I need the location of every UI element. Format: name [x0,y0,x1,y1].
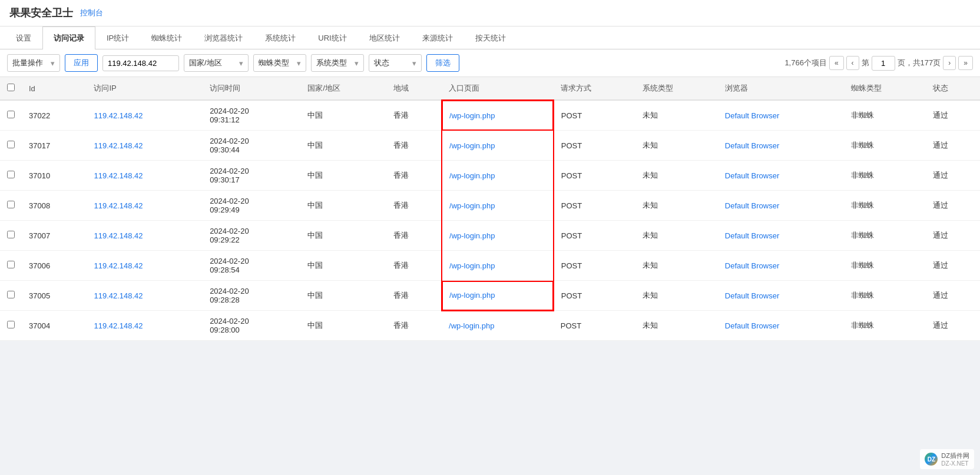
nav-tab-设置[interactable]: 设置 [5,26,42,49]
cell-entry[interactable]: /wp-login.php [442,131,554,161]
cell-ip[interactable]: 119.42.148.42 [87,251,203,281]
page-prefix: 第 [862,58,869,68]
cell-ip[interactable]: 119.42.148.42 [87,311,203,341]
cell-browser: Default Browser [718,191,844,221]
batch-operation-select[interactable]: 批量操作 ▾ [7,54,60,72]
row-checkbox[interactable] [7,201,15,208]
cell-region: 香港 [386,131,442,161]
cell-os: 未知 [635,100,718,131]
table-row: 37005119.42.148.422024-02-20 09:28:28中国香… [0,281,980,311]
table-row: 37006119.42.148.422024-02-20 09:28:54中国香… [0,251,980,281]
cell-id: 37017 [22,131,87,161]
filter-button[interactable]: 筛选 [426,54,459,72]
cell-entry[interactable]: /wp-login.php [442,161,554,191]
col-header-id: Id [22,77,87,100]
nav-tab-系统统计[interactable]: 系统统计 [254,26,307,49]
cell-ip[interactable]: 119.42.148.42 [87,100,203,131]
table-row: 37017119.42.148.422024-02-20 09:30:44中国香… [0,131,980,161]
cell-status: 通过 [926,281,980,311]
cell-ip[interactable]: 119.42.148.42 [87,191,203,221]
nav-tab-蜘蛛统计[interactable]: 蜘蛛统计 [140,26,193,49]
console-link[interactable]: 控制台 [80,8,103,18]
row-checkbox[interactable] [7,291,15,298]
table-row: 37007119.42.148.422024-02-20 09:29:22中国香… [0,221,980,251]
first-page-button[interactable]: « [829,56,844,70]
cell-time: 2024-02-20 09:28:00 [203,311,300,341]
cell-os: 未知 [635,161,718,191]
row-checkbox[interactable] [7,171,15,178]
col-header-browser: 浏览器 [718,77,844,100]
pagination-info: 1,766个项目 « ‹ 第 页，共177页 › » [784,56,973,71]
row-checkbox-cell[interactable] [0,251,22,281]
records-table: Id 访问IP 访问时间 国家/地区 地域 入口页面 请求方式 系统类型 浏览器… [0,77,980,341]
nav-tab-地区统计[interactable]: 地区统计 [358,26,411,49]
select-all-header[interactable] [0,77,22,100]
row-checkbox-cell[interactable] [0,311,22,341]
row-checkbox-cell[interactable] [0,161,22,191]
row-checkbox-cell[interactable] [0,131,22,161]
nav-tab-按天统计[interactable]: 按天统计 [464,26,517,49]
cell-os: 未知 [635,131,718,161]
row-checkbox-cell[interactable] [0,221,22,251]
cell-ip[interactable]: 119.42.148.42 [87,131,203,161]
row-checkbox[interactable] [7,141,15,148]
cell-time: 2024-02-20 09:29:22 [203,221,300,251]
next-page-button[interactable]: › [943,56,956,70]
page-suffix: 页，共177页 [898,58,941,68]
cell-entry[interactable]: /wp-login.php [442,100,554,131]
spider-type-select[interactable]: 蜘蛛类型 ▾ [253,54,306,72]
total-items-label: 1,766个项目 [784,58,827,68]
cell-method: POST [554,281,636,311]
cell-entry[interactable]: /wp-login.php [442,311,554,341]
cell-entry[interactable]: /wp-login.php [442,221,554,251]
cell-time: 2024-02-20 09:28:54 [203,251,300,281]
cell-id: 37005 [22,281,87,311]
status-select[interactable]: 状态 ▾ [369,54,422,72]
cell-method: POST [554,251,636,281]
ip-filter-input[interactable] [102,55,179,71]
cell-status: 通过 [926,100,980,131]
cell-spider: 非蜘蛛 [844,251,926,281]
cell-id: 37010 [22,161,87,191]
nav-tabs: 设置访问记录IP统计蜘蛛统计浏览器统计系统统计URI统计地区统计来源统计按天统计 [0,26,980,49]
region-select[interactable]: 国家/地区 ▾ [184,54,249,72]
nav-tab-访问记录[interactable]: 访问记录 [42,26,95,49]
row-checkbox[interactable] [7,111,15,118]
cell-country: 中国 [300,251,386,281]
cell-entry[interactable]: /wp-login.php [442,251,554,281]
cell-os: 未知 [635,251,718,281]
data-table-container: Id 访问IP 访问时间 国家/地区 地域 入口页面 请求方式 系统类型 浏览器… [0,77,980,341]
cell-country: 中国 [300,281,386,311]
nav-tab-IP统计[interactable]: IP统计 [95,26,140,49]
cell-region: 香港 [386,191,442,221]
cell-method: POST [554,161,636,191]
col-header-ip: 访问IP [87,77,203,100]
apply-button[interactable]: 应用 [65,54,98,72]
row-checkbox[interactable] [7,321,15,328]
cell-entry[interactable]: /wp-login.php [442,281,554,311]
cell-os: 未知 [635,221,718,251]
cell-ip[interactable]: 119.42.148.42 [87,161,203,191]
row-checkbox-cell[interactable] [0,281,22,311]
select-all-checkbox[interactable] [7,84,15,91]
prev-page-button[interactable]: ‹ [846,56,859,70]
nav-tab-来源统计[interactable]: 来源统计 [411,26,464,49]
col-header-status: 状态 [926,77,980,100]
cell-browser: Default Browser [718,131,844,161]
page-number-input[interactable] [872,56,895,71]
row-checkbox[interactable] [7,261,15,268]
row-checkbox-cell[interactable] [0,191,22,221]
cell-entry[interactable]: /wp-login.php [442,191,554,221]
cell-ip[interactable]: 119.42.148.42 [87,281,203,311]
table-row: 37004119.42.148.422024-02-20 09:28:00中国香… [0,311,980,341]
row-checkbox-cell[interactable] [0,100,22,131]
cell-ip[interactable]: 119.42.148.42 [87,221,203,251]
nav-tab-浏览器统计[interactable]: 浏览器统计 [193,26,254,49]
last-page-button[interactable]: » [958,56,973,70]
nav-tab-URI统计[interactable]: URI统计 [307,26,357,49]
system-type-select[interactable]: 系统类型 ▾ [311,54,364,72]
system-dropdown-arrow: ▾ [355,59,359,68]
cell-country: 中国 [300,191,386,221]
row-checkbox[interactable] [7,231,15,238]
batch-dropdown-arrow: ▾ [51,59,55,68]
